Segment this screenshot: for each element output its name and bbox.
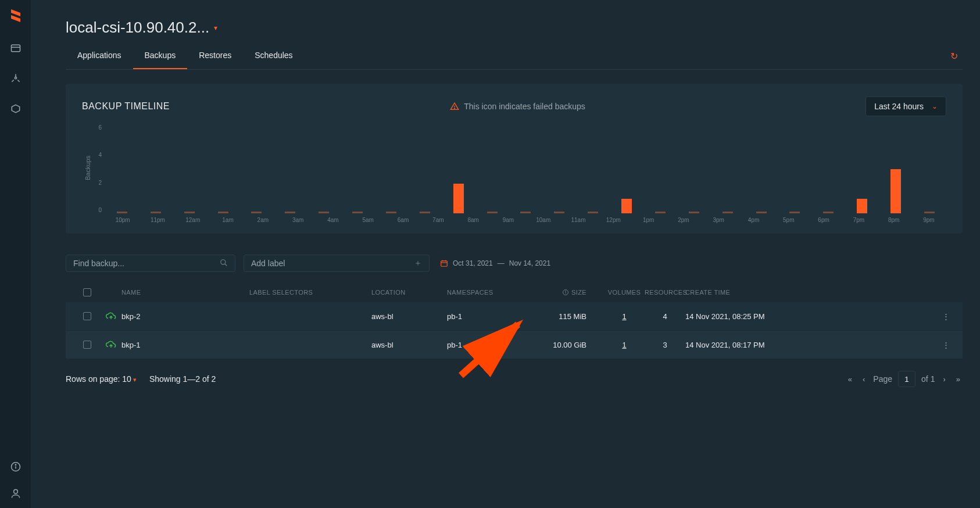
y-axis-label: Backups xyxy=(82,124,94,212)
chart-bar[interactable] xyxy=(811,124,845,213)
add-icon[interactable]: ＋ xyxy=(414,258,422,269)
cell-create-time: 14 Nov 2021, 08:25 PM xyxy=(685,312,937,321)
chart-bar[interactable] xyxy=(913,124,946,213)
page-of: of 1 xyxy=(921,374,935,384)
table-row[interactable]: bkp-1 aws-bl pb-1 10.00 GiB 1 3 14 Nov 2… xyxy=(66,331,963,359)
chart-bar[interactable] xyxy=(509,124,543,213)
refresh-icon[interactable]: ↻ xyxy=(946,46,963,66)
chart-bar[interactable] xyxy=(173,124,206,213)
chart-bar[interactable] xyxy=(576,124,610,213)
dashboard-icon[interactable] xyxy=(9,42,22,55)
col-name[interactable]: NAME xyxy=(121,289,249,296)
col-create-time[interactable]: CREATE TIME xyxy=(685,289,937,296)
showing-range: Showing 1—2 of 2 xyxy=(149,374,216,384)
bars-row xyxy=(105,124,946,213)
page-input[interactable] xyxy=(898,371,915,387)
chart-bar[interactable] xyxy=(643,124,677,213)
cell-create-time: 14 Nov 2021, 08:17 PM xyxy=(685,341,937,349)
col-location[interactable]: LOCATION xyxy=(371,289,447,296)
chart-bar[interactable] xyxy=(778,124,812,213)
row-checkbox[interactable] xyxy=(83,341,91,349)
breadcrumb[interactable]: local-csi-10.90.40.2... ▾ xyxy=(66,19,217,37)
sidebar xyxy=(0,0,31,508)
timeline-chart: Backups 6420 10pm11pm12am1am2am3am4am5am… xyxy=(82,124,946,223)
chart-bar[interactable] xyxy=(307,124,341,213)
prev-page-button[interactable]: ‹ xyxy=(860,373,867,386)
apps-icon[interactable] xyxy=(9,102,22,115)
chart-bar[interactable] xyxy=(374,124,408,213)
chart-bar[interactable] xyxy=(341,124,374,213)
breadcrumb-title: local-csi-10.90.40.2... xyxy=(66,19,209,37)
svg-point-17 xyxy=(566,291,566,292)
col-resources[interactable]: RESOURCES xyxy=(645,289,685,296)
svg-point-5 xyxy=(15,464,16,465)
chart-bar[interactable] xyxy=(105,124,139,213)
label-input[interactable]: Add label ＋ xyxy=(244,255,430,272)
chart-bar[interactable] xyxy=(475,124,509,213)
chart-bar[interactable] xyxy=(139,124,173,213)
row-menu-icon[interactable]: ⋮ xyxy=(937,312,954,321)
chart-bar[interactable] xyxy=(442,124,475,213)
tab-applications[interactable]: Applications xyxy=(66,42,133,69)
chart-bar[interactable] xyxy=(206,124,240,213)
chart-bar[interactable] xyxy=(610,124,643,213)
svg-point-6 xyxy=(13,489,17,493)
chart-bar[interactable] xyxy=(745,124,778,213)
chart-bar[interactable] xyxy=(408,124,442,213)
col-volumes[interactable]: VOLUMES xyxy=(604,289,645,296)
cell-volumes[interactable]: 1 xyxy=(604,312,645,321)
cell-location: aws-bl xyxy=(371,341,447,349)
cell-resources: 3 xyxy=(645,341,685,349)
chart-bar[interactable] xyxy=(240,124,274,213)
page-label: Page xyxy=(873,374,892,384)
x-labels: 10pm11pm12am1am2am3am4am5am6am7am8am9am1… xyxy=(94,217,946,223)
chart-bar[interactable] xyxy=(879,124,913,213)
status-icon xyxy=(101,339,121,350)
cluster-icon[interactable] xyxy=(9,72,22,85)
info-icon[interactable] xyxy=(9,460,22,473)
cell-resources: 4 xyxy=(645,312,685,321)
cell-volumes[interactable]: 1 xyxy=(604,341,645,349)
label-placeholder: Add label xyxy=(251,259,285,268)
next-page-button[interactable]: › xyxy=(940,373,947,386)
col-labels[interactable]: LABEL SELECTORS xyxy=(249,289,371,296)
timeline-hint: This icon indicates failed backups xyxy=(450,102,585,111)
chart-bar[interactable] xyxy=(542,124,576,213)
chevron-down-icon: ⌄ xyxy=(932,102,938,110)
cell-size: 115 MiB xyxy=(534,312,604,321)
col-size[interactable]: SIZE xyxy=(534,289,604,296)
chart-bar[interactable] xyxy=(711,124,745,213)
chart-bar[interactable] xyxy=(677,124,711,213)
svg-point-8 xyxy=(455,108,455,109)
cell-name: bkp-1 xyxy=(121,341,249,349)
row-checkbox[interactable] xyxy=(83,312,91,320)
user-icon[interactable] xyxy=(9,487,22,500)
tab-restores[interactable]: Restores xyxy=(187,42,243,69)
chart-bar[interactable] xyxy=(273,124,307,213)
time-range-select[interactable]: Last 24 hours ⌄ xyxy=(865,96,946,116)
table-row[interactable]: bkp-2 aws-bl pb-1 115 MiB 1 4 14 Nov 202… xyxy=(66,302,963,331)
rows-on-page[interactable]: Rows on page: 10 ▾ xyxy=(66,374,137,384)
first-page-button[interactable]: « xyxy=(846,373,854,386)
tab-backups[interactable]: Backups xyxy=(133,42,188,69)
svg-rect-0 xyxy=(11,45,20,52)
logo-icon xyxy=(9,8,23,24)
chart-bar[interactable] xyxy=(845,124,879,213)
cell-name: bkp-2 xyxy=(121,312,249,321)
cell-size: 10.00 GiB xyxy=(534,341,604,349)
tab-schedules[interactable]: Schedules xyxy=(243,42,304,69)
col-namespaces[interactable]: NAMESPACES xyxy=(447,289,534,296)
last-page-button[interactable]: » xyxy=(954,373,963,386)
search-placeholder: Find backup... xyxy=(73,259,124,268)
row-menu-icon[interactable]: ⋮ xyxy=(937,341,954,349)
y-ticks: 6420 xyxy=(94,124,102,213)
table-header: NAME LABEL SELECTORS LOCATION NAMESPACES… xyxy=(66,282,963,302)
cell-location: aws-bl xyxy=(371,312,447,321)
select-all-checkbox[interactable] xyxy=(83,288,91,296)
date-range[interactable]: Oct 31, 2021 — Nov 14, 2021 xyxy=(440,259,550,267)
search-input[interactable]: Find backup... xyxy=(66,255,235,272)
filters-row: Find backup... Add label ＋ Oct 31, 2021 … xyxy=(66,255,963,272)
search-icon[interactable] xyxy=(220,259,228,269)
svg-line-10 xyxy=(225,263,227,266)
calendar-icon xyxy=(440,259,448,267)
